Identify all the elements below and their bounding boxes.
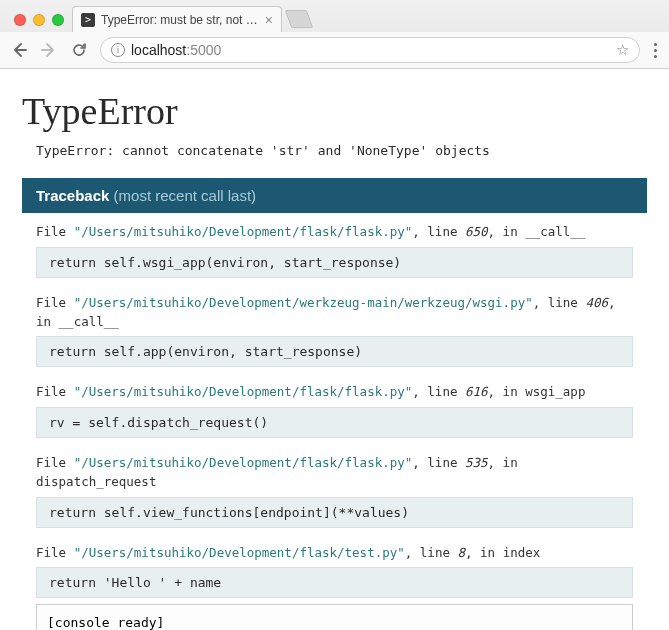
browser-tab[interactable]: > TypeError: must be str, not No × — [72, 6, 282, 32]
arrow-right-icon — [41, 42, 57, 58]
favicon-icon: > — [81, 13, 95, 27]
error-title: TypeError — [22, 89, 647, 133]
frame-location: File "/Users/mitsuhiko/Development/flask… — [36, 223, 633, 242]
address-bar[interactable]: i localhost:5000 ☆ — [100, 37, 640, 63]
page-content: TypeError TypeError: cannot concatenate … — [0, 69, 669, 630]
url-path: :5000 — [186, 42, 221, 58]
window-maximize-button[interactable] — [52, 14, 64, 26]
traceback-label: Traceback — [36, 187, 109, 204]
frame-code: return self.wsgi_app(environ, start_resp… — [36, 247, 633, 278]
browser-toolbar: i localhost:5000 ☆ — [0, 32, 669, 68]
tab-title: TypeError: must be str, not No — [101, 13, 259, 27]
bookmark-star-icon[interactable]: ☆ — [616, 41, 629, 59]
frame-location: File "/Users/mitsuhiko/Development/flask… — [36, 454, 633, 492]
window-minimize-button[interactable] — [33, 14, 45, 26]
traceback-frame[interactable]: File "/Users/mitsuhiko/Development/flask… — [22, 534, 647, 599]
traceback-frame[interactable]: File "/Users/mitsuhiko/Development/flask… — [22, 444, 647, 528]
traceback-subtitle: (most recent call last) — [114, 187, 257, 204]
traceback-frame[interactable]: File "/Users/mitsuhiko/Development/flask… — [22, 373, 647, 438]
traceback-frame[interactable]: File "/Users/mitsuhiko/Development/werkz… — [22, 284, 647, 368]
frame-code: return self.app(environ, start_response) — [36, 336, 633, 367]
frame-location: File "/Users/mitsuhiko/Development/flask… — [36, 544, 633, 563]
frame-code: rv = self.dispatch_request() — [36, 407, 633, 438]
window-close-button[interactable] — [14, 14, 26, 26]
error-message: TypeError: cannot concatenate 'str' and … — [36, 143, 647, 158]
site-info-icon[interactable]: i — [111, 43, 125, 57]
arrow-left-icon — [11, 42, 27, 58]
traceback-frames: File "/Users/mitsuhiko/Development/flask… — [22, 213, 647, 598]
frame-code: return 'Hello ' + name — [36, 567, 633, 598]
forward-button[interactable] — [40, 42, 58, 58]
reload-icon — [71, 42, 87, 58]
debug-console[interactable]: [console ready] >>> type(name) <type 'No… — [36, 604, 633, 630]
console-ready-line: [console ready] — [47, 613, 622, 630]
url-host: localhost — [131, 42, 186, 58]
window-controls — [8, 14, 72, 32]
browser-chrome: > TypeError: must be str, not No × i loc… — [0, 0, 669, 69]
frame-location: File "/Users/mitsuhiko/Development/flask… — [36, 383, 633, 402]
tab-bar: > TypeError: must be str, not No × — [0, 0, 669, 32]
traceback-frame[interactable]: File "/Users/mitsuhiko/Development/flask… — [22, 213, 647, 278]
traceback-header: Traceback (most recent call last) — [22, 178, 647, 213]
new-tab-button[interactable] — [285, 10, 314, 28]
back-button[interactable] — [10, 42, 28, 58]
frame-location: File "/Users/mitsuhiko/Development/werkz… — [36, 294, 633, 332]
close-tab-icon[interactable]: × — [265, 13, 273, 27]
browser-menu-icon[interactable] — [652, 41, 659, 60]
reload-button[interactable] — [70, 42, 88, 58]
frame-code: return self.view_functions[endpoint](**v… — [36, 497, 633, 528]
